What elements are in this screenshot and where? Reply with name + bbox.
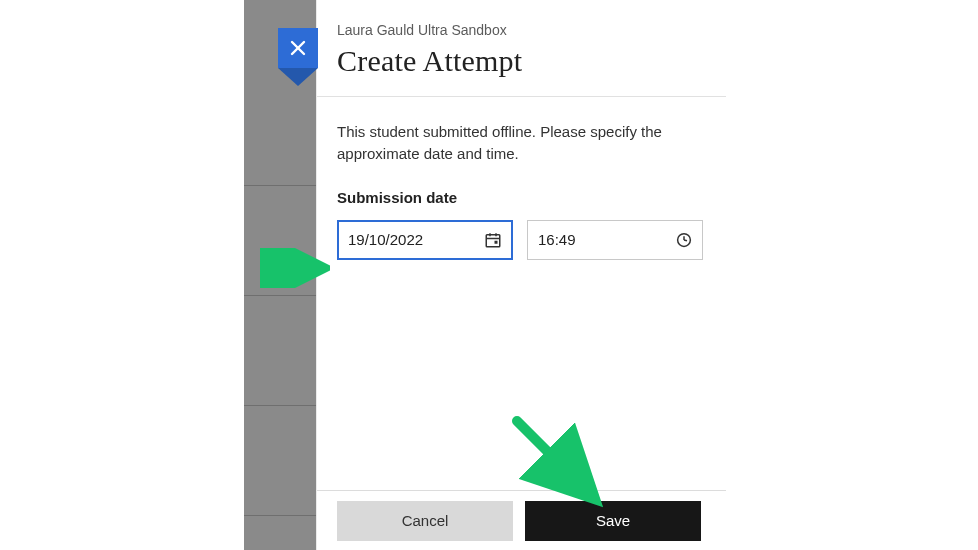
breadcrumb: Laura Gauld Ultra Sandbox bbox=[337, 22, 706, 38]
svg-rect-2 bbox=[486, 234, 500, 246]
panel-header: Laura Gauld Ultra Sandbox Create Attempt bbox=[317, 0, 726, 97]
close-panel-button[interactable] bbox=[278, 28, 318, 68]
close-icon bbox=[289, 39, 307, 57]
page-title: Create Attempt bbox=[337, 44, 706, 78]
submission-date-label: Submission date bbox=[337, 189, 706, 206]
panel-footer: Cancel Save bbox=[317, 490, 726, 550]
submission-time-input[interactable] bbox=[538, 231, 664, 248]
description-text: This student submitted offline. Please s… bbox=[337, 121, 667, 165]
create-attempt-panel: Laura Gauld Ultra Sandbox Create Attempt… bbox=[316, 0, 726, 550]
save-button[interactable]: Save bbox=[525, 501, 701, 541]
calendar-icon[interactable] bbox=[483, 230, 503, 250]
save-button-label: Save bbox=[596, 512, 630, 529]
cancel-button-label: Cancel bbox=[402, 512, 449, 529]
svg-rect-6 bbox=[495, 240, 498, 243]
close-panel-tail bbox=[278, 68, 318, 86]
cancel-button[interactable]: Cancel bbox=[337, 501, 513, 541]
clock-icon[interactable] bbox=[674, 230, 694, 250]
submission-date-input[interactable] bbox=[348, 231, 474, 248]
submission-time-field[interactable] bbox=[527, 220, 703, 260]
panel-body: This student submitted offline. Please s… bbox=[317, 97, 726, 260]
submission-date-field[interactable] bbox=[337, 220, 513, 260]
svg-line-9 bbox=[684, 240, 687, 241]
